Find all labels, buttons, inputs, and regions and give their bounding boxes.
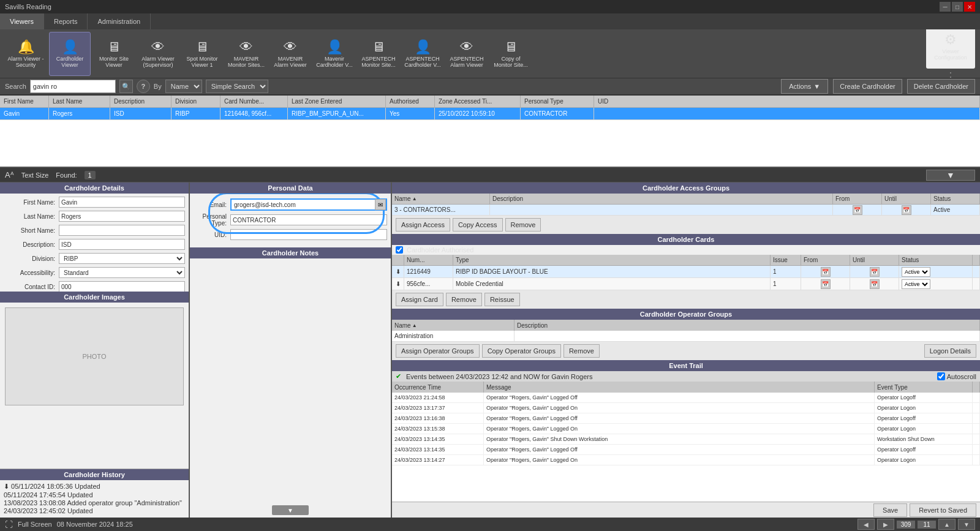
notes-textarea[interactable]	[190, 258, 391, 381]
cards-col-status[interactable]: Status	[899, 255, 973, 265]
tool-mavenir-monitor[interactable]: 👁 MAVENIR Monitor Sites...	[225, 32, 267, 76]
og-table-row[interactable]: Administration	[392, 331, 980, 342]
uid-input[interactable]	[230, 229, 387, 240]
first-name-input[interactable]	[59, 197, 185, 208]
tool-spot-monitor[interactable]: 🖥 Spot Monitor Viewer 1	[181, 32, 223, 76]
assign-operator-groups-button[interactable]: Assign Operator Groups	[396, 344, 480, 358]
assign-card-button[interactable]: Assign Card	[396, 293, 443, 306]
event-table-row[interactable]: 24/03/2023 21:24:58 Operator "Rogers, Ga…	[392, 393, 980, 403]
col-first-name[interactable]: First Name	[0, 96, 49, 107]
tool-cardholder-viewer[interactable]: 👤 Cardholder Viewer	[49, 32, 91, 76]
cards-table-row[interactable]: ⬇ 1216449 RIBP ID BADGE LAYOUT - BLUE 1 …	[392, 266, 980, 278]
cards-col-until[interactable]: Until	[850, 255, 899, 265]
col-authorised[interactable]: Authorised	[386, 96, 435, 107]
tool-alarm-viewer-supervisor[interactable]: 👁 Alarm Viewer (Supervisor)	[137, 32, 179, 76]
copy-operator-groups-button[interactable]: Copy Operator Groups	[482, 344, 561, 358]
ag-col-name[interactable]: Name ▲	[392, 194, 490, 204]
event-table-row[interactable]: 24/03/2023 13:14:35 Operator "Rogers, Ga…	[392, 434, 980, 445]
event-table-row[interactable]: 24/03/2023 13:16:38 Operator "Rogers, Ga…	[392, 413, 980, 424]
ag-col-description[interactable]: Description	[490, 194, 833, 204]
event-col-type[interactable]: Event Type	[875, 382, 973, 393]
col-last-name[interactable]: Last Name	[49, 96, 110, 107]
col-uid[interactable]: UID	[594, 96, 980, 107]
revert-button[interactable]: Revert to Saved	[910, 503, 976, 517]
date-from-icon[interactable]: 📅	[853, 205, 862, 215]
cards-col-issue[interactable]: Issue	[771, 255, 801, 265]
nav-tab-viewers[interactable]: Viewers	[0, 13, 44, 29]
accessibility-select[interactable]: Standard	[59, 267, 185, 278]
short-name-input[interactable]	[59, 225, 185, 236]
viewer-config-button[interactable]: ⚙ Viewer Configuration	[926, 29, 975, 69]
tool-aspentech-alarm[interactable]: 👁 ASPENTECH Alarm Viewer	[446, 32, 488, 76]
event-table-row[interactable]: 24/03/2023 13:14:35 Operator "Rogers, Ga…	[392, 445, 980, 455]
card-until-icon[interactable]: 📅	[870, 267, 880, 277]
actions-button[interactable]: Actions ▼	[781, 79, 828, 94]
nav-tab-administration[interactable]: Administration	[88, 13, 151, 29]
event-table-row[interactable]: 24/03/2023 13:14:27 Operator "Rogers, Ga…	[392, 455, 980, 465]
tool-aspentech-cardholder[interactable]: 👤 ASPENTECH Cardholder V...	[402, 32, 443, 76]
table-row[interactable]: Gavin Rogers ISD RIBP 1216448, 956cf... …	[0, 108, 980, 120]
og-col-name[interactable]: Name ▲	[392, 320, 514, 331]
help-button[interactable]: ?	[137, 80, 150, 93]
cardholder-authorised-checkbox[interactable]	[396, 246, 403, 254]
tool-aspentech-monitor[interactable]: 🖥 ASPENTECH Monitor Site...	[358, 32, 399, 76]
event-table-row[interactable]: 24/03/2023 13:15:38 Operator "Rogers, Ga…	[392, 424, 980, 434]
search-method-select[interactable]: Simple Search	[206, 80, 268, 93]
personal-type-input[interactable]	[230, 214, 387, 225]
ag-col-from[interactable]: From	[833, 194, 882, 204]
col-zone-accessed[interactable]: Zone Accessed Ti...	[435, 96, 521, 107]
email-action-button[interactable]: ✉	[375, 199, 386, 210]
ag-table-row[interactable]: 3 - CONTRACTORS... 📅 📅 Active	[392, 205, 980, 216]
reissue-card-button[interactable]: Reissue	[484, 293, 520, 306]
email-input[interactable]	[230, 198, 387, 211]
remove-access-button[interactable]: Remove	[505, 218, 541, 232]
col-description[interactable]: Description	[110, 96, 172, 107]
cards-table-row[interactable]: ⬇ 956cfe... Mobile Credential 1 📅 📅 Acti…	[392, 278, 980, 290]
col-card-number[interactable]: Card Numbe...	[221, 96, 288, 107]
delete-cardholder-button[interactable]: Delete Cardholder	[907, 79, 975, 94]
assign-access-button[interactable]: Assign Access	[396, 218, 450, 232]
tool-mavenir-alarm[interactable]: 👁 MAVENIR Alarm Viewer	[270, 32, 311, 76]
card-from-icon[interactable]: 📅	[821, 267, 831, 277]
cards-col-from[interactable]: From	[801, 255, 850, 265]
event-table-row[interactable]: 24/03/2023 13:17:37 Operator "Rogers, Ga…	[392, 403, 980, 413]
save-button[interactable]: Save	[873, 503, 907, 517]
ag-col-until[interactable]: Until	[882, 194, 931, 204]
close-button[interactable]: ✕	[964, 2, 975, 12]
tool-alarm-viewer-security[interactable]: 🔔 Alarm Viewer - Security	[5, 32, 47, 76]
nav-up-button[interactable]: ▲	[938, 519, 956, 530]
nav-prev-button[interactable]: ◀	[858, 519, 875, 530]
create-cardholder-button[interactable]: Create Cardholder	[833, 79, 902, 94]
col-division[interactable]: Division	[172, 96, 221, 107]
more-options-icon[interactable]: ⋮	[945, 70, 956, 79]
search-button[interactable]: 🔍	[119, 80, 133, 93]
col-personal-type[interactable]: Personal Type	[521, 96, 594, 107]
description-input[interactable]	[59, 239, 185, 250]
card2-status-select[interactable]: Active	[902, 279, 930, 289]
nav-down-button[interactable]: ▼	[958, 519, 975, 530]
event-col-occurrence[interactable]: Occurrence Time	[392, 382, 484, 393]
restore-button[interactable]: □	[952, 2, 963, 12]
card2-from-icon[interactable]: 📅	[821, 279, 831, 289]
remove-operator-groups-button[interactable]: Remove	[564, 344, 600, 358]
remove-card-button[interactable]: Remove	[446, 293, 482, 306]
nav-tab-reports[interactable]: Reports	[44, 13, 88, 29]
ag-col-status[interactable]: Status	[931, 194, 980, 204]
col-last-zone[interactable]: Last Zone Entered	[288, 96, 386, 107]
tool-copy-of-monitor[interactable]: 🖥 Copy of Monitor Site...	[490, 32, 532, 76]
event-col-message[interactable]: Message	[484, 382, 875, 393]
card-status-select[interactable]: Active	[902, 267, 930, 277]
minimize-button[interactable]: ─	[940, 2, 951, 12]
tool-monitor-site-viewer[interactable]: 🖥 Monitor Site Viewer	[93, 32, 135, 76]
copy-access-button[interactable]: Copy Access	[453, 218, 503, 232]
og-col-description[interactable]: Description	[514, 320, 980, 331]
nav-next-button[interactable]: ▶	[877, 519, 894, 530]
contact-id-input[interactable]	[59, 281, 185, 292]
division-select[interactable]: RIBP	[59, 253, 185, 264]
last-name-input[interactable]	[59, 211, 185, 222]
search-by-select[interactable]: Name	[165, 80, 202, 93]
search-input[interactable]	[30, 80, 116, 93]
autoscroll-checkbox[interactable]	[937, 372, 945, 380]
scroll-control[interactable]: ▼	[926, 170, 975, 181]
logon-details-button[interactable]: Logon Details	[924, 344, 976, 358]
